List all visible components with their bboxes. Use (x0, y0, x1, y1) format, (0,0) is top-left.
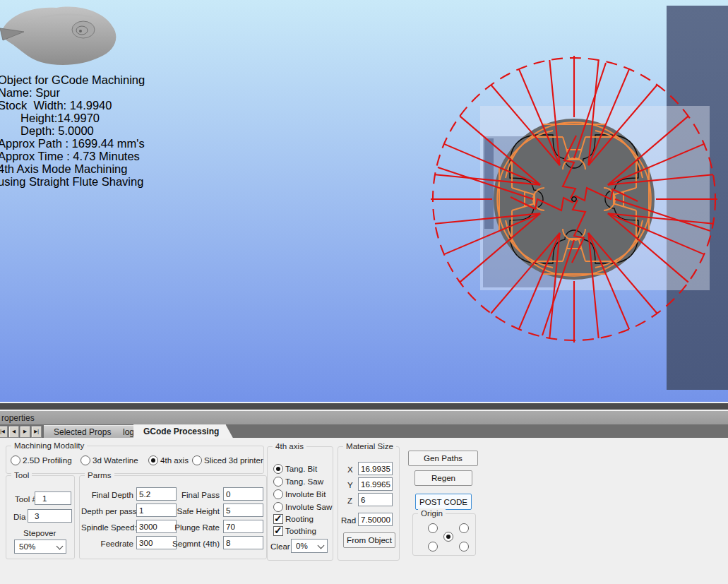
segmnt-4th-field[interactable]: 8 (223, 536, 263, 549)
radio-25d-profiling[interactable] (11, 455, 20, 465)
rooting-checkbox[interactable] (273, 514, 283, 524)
material-x-field[interactable]: 16.9935 (358, 462, 393, 475)
tool-number-field[interactable]: 1 (35, 491, 71, 505)
material-y-label: Y (347, 480, 353, 489)
radio-tang-saw-label: Tang. Saw (285, 477, 323, 486)
origin-top-right-radio[interactable] (459, 523, 469, 533)
gen-paths-button[interactable]: Gen Paths (408, 451, 478, 466)
origin-group-title: Origin (418, 508, 446, 518)
toothing-checkbox[interactable] (273, 526, 283, 536)
final-depth-label: Final Depth (81, 490, 133, 499)
tab-gcode-processing[interactable]: GCode Processing (133, 424, 233, 439)
depth-per-pass-label: Depth per pass: (81, 506, 133, 516)
origin-top-left-radio[interactable] (428, 523, 438, 533)
safe-height-field[interactable]: 5 (223, 503, 263, 517)
spindle-speed-label: Spindle Speed: (81, 523, 133, 532)
gcode-processing-panel: Machining Modality 2.5D Profiling 3d Wat… (0, 438, 728, 584)
radio-tang-bit-label: Tang. Bit (285, 464, 317, 473)
chevron-down-icon (318, 542, 325, 549)
material-rad-label: Rad (341, 516, 356, 525)
rooting-checkbox-label: Rooting (285, 514, 314, 523)
dia-field[interactable]: 3 (28, 509, 72, 523)
clear-select[interactable]: 0% (291, 539, 328, 553)
plunge-rate-field[interactable]: 70 (223, 520, 263, 533)
radio-4th-axis[interactable] (148, 455, 158, 465)
tool-group: Tool Tool # 1 Dia 3 Stepover 50% (6, 475, 75, 559)
radio-4th-axis-label: 4th axis (160, 455, 189, 465)
stepover-label: Stepover (23, 528, 56, 537)
tool-number-label: Tool # (15, 494, 37, 503)
stepover-value: 50% (19, 542, 35, 551)
segmnt-4th-label: Segmnt (4th) (163, 539, 220, 548)
origin-bottom-left-radio[interactable] (428, 542, 438, 552)
radio-sliced-3d-printer-label: Sliced 3d printer (204, 455, 263, 465)
tool-group-title: Tool (11, 470, 32, 479)
tab-scroll-first-button[interactable]: |◀ (0, 426, 8, 438)
parms-group-title: Parms (85, 470, 114, 479)
material-size-title: Material Size (343, 441, 396, 451)
radio-tang-bit[interactable] (273, 464, 283, 474)
machining-modality-group: Machining Modality 2.5D Profiling 3d Wat… (6, 446, 264, 474)
radio-involute-bit[interactable] (273, 489, 283, 499)
tab-scroll-prev-button[interactable]: ◀ (8, 426, 19, 438)
tab-scroll-next-button[interactable]: ▶ (20, 426, 30, 438)
final-pass-field[interactable]: 0 (223, 487, 263, 501)
radio-involute-saw[interactable] (273, 502, 283, 512)
machining-viewport[interactable]: Object for GCode Machining Name: Spur St… (0, 0, 728, 402)
clear-label: Clear (270, 542, 290, 551)
material-x-label: X (347, 465, 353, 474)
final-pass-label: Final Pass (163, 490, 220, 499)
machining-modality-title: Machining Modality (11, 441, 87, 450)
dia-label: Dia (13, 512, 25, 521)
plunge-rate-label: Plunge Rate (163, 523, 220, 532)
parms-group: Parms Final Depth 5.2 Depth per pass: 1 … (79, 475, 267, 559)
app-window: Object for GCode Machining Name: Spur St… (0, 0, 728, 584)
properties-titlebar: roperties (0, 411, 728, 424)
chevron-down-icon (56, 543, 64, 550)
radio-3d-waterline-label: 3d Waterline (93, 455, 138, 465)
radio-involute-bit-label: Involute Bit (285, 489, 326, 499)
origin-center-radio[interactable] (443, 532, 453, 542)
post-code-button[interactable]: POST CODE (415, 494, 472, 510)
from-object-button[interactable]: From Object (343, 532, 395, 548)
origin-bottom-right-radio[interactable] (459, 542, 469, 552)
radio-tang-saw[interactable] (273, 477, 283, 487)
tab-scroll-last-button[interactable]: ▶| (31, 426, 42, 438)
material-size-group: Material Size X 16.9935 Y 16.9965 Z 6 Ra… (338, 446, 400, 561)
material-z-field[interactable]: 6 (358, 493, 393, 506)
fourth-axis-title: 4th axis (273, 441, 306, 451)
origin-group: Origin (412, 513, 476, 556)
fourth-axis-group: 4th axis Tang. Bit Tang. Saw Involute Bi… (267, 446, 333, 561)
radio-25d-profiling-label: 2.5D Profiling (23, 455, 72, 465)
material-rad-field[interactable]: 7.50000 (358, 513, 393, 526)
properties-title: roperties (1, 413, 35, 423)
stepover-select[interactable]: 50% (14, 540, 66, 554)
radio-involute-saw-label: Involute Saw (285, 502, 332, 511)
radio-sliced-3d-printer[interactable] (192, 455, 202, 465)
gcode-info-overlay: Object for GCode Machining Name: Spur St… (0, 73, 145, 188)
safe-height-label: Safe Height (163, 506, 220, 516)
feedrate-label: Feedrate (81, 539, 133, 548)
clear-value: 0% (296, 541, 308, 550)
toothing-checkbox-label: Toothing (285, 526, 316, 535)
radio-3d-waterline[interactable] (80, 455, 90, 465)
toolpath-scene (0, 0, 728, 402)
splitter-bar[interactable] (0, 403, 728, 410)
material-z-label: Z (347, 496, 352, 505)
material-y-field[interactable]: 16.9965 (358, 477, 393, 491)
tab-strip: |◀ ◀ ▶ ▶| Selected Props log GCode Proce… (0, 424, 728, 438)
regen-button[interactable]: Regen (414, 470, 472, 486)
head-swirl-detail (72, 21, 95, 38)
